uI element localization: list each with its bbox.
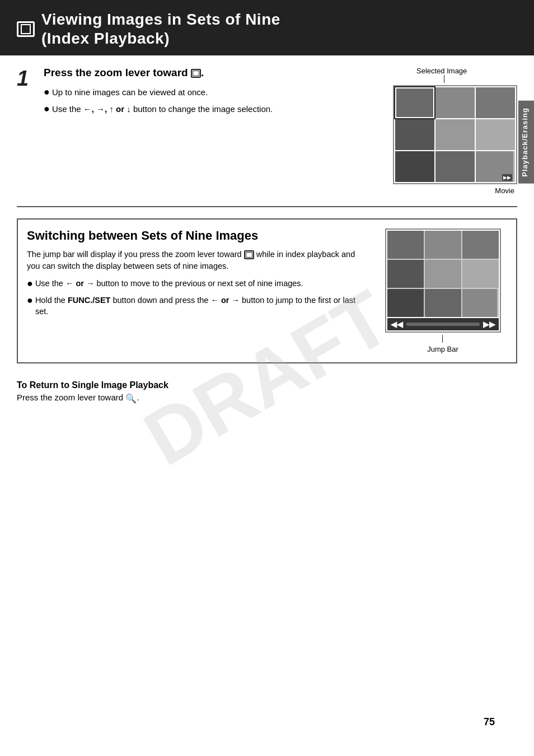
switching-bullets: ● Use the ← or → button to move to the p… bbox=[27, 278, 369, 317]
switching-bullet-2: ● Hold the FUNC./SET button down and pre… bbox=[27, 295, 369, 318]
return-text: Press the zoom lever toward 🔍. bbox=[17, 393, 517, 404]
sidebar-tab: Playback/Erasing bbox=[518, 101, 534, 184]
step-content: Press the zoom lever toward . ● Up to ni… bbox=[44, 67, 382, 195]
grid-cell-1 bbox=[395, 87, 434, 118]
page-number: 75 bbox=[484, 716, 495, 728]
header-icon bbox=[17, 21, 35, 37]
j-cell-5 bbox=[425, 260, 461, 288]
switching-section: Switching between Sets of Nine Images Th… bbox=[17, 218, 517, 363]
return-section: To Return to Single Image Playback Press… bbox=[17, 375, 517, 409]
sw-arrow-2: ← or → bbox=[210, 296, 242, 305]
j-cell-3 bbox=[462, 231, 499, 259]
sw-bullet-dot-1: ● bbox=[27, 278, 33, 290]
j-cell-4 bbox=[387, 260, 424, 288]
bullet-dot-2: ● bbox=[44, 103, 50, 115]
grid-cell-3 bbox=[476, 87, 515, 118]
grid-cell-8 bbox=[435, 151, 475, 182]
switching-heading: Switching between Sets of Nine Images bbox=[27, 228, 369, 243]
j-cell-9 bbox=[462, 289, 499, 317]
switching-bullet-1: ● Use the ← or → button to move to the p… bbox=[27, 278, 369, 290]
j-cell-7 bbox=[387, 289, 424, 317]
switching-para: The jump bar will display if you press t… bbox=[27, 249, 369, 272]
zoom-icon bbox=[191, 69, 201, 78]
jump-image-container: ◀◀ ▶▶ bbox=[385, 228, 501, 333]
indicator-line bbox=[444, 75, 444, 83]
zoom-icon-switch bbox=[244, 250, 254, 259]
arrow-symbols: ←, →, ↑ or ↓ bbox=[83, 104, 133, 114]
jump-grid bbox=[387, 231, 499, 317]
magnify-icon: 🔍 bbox=[125, 393, 137, 404]
jump-label-area: Jump Bar bbox=[427, 335, 458, 353]
jump-indicator-line bbox=[442, 335, 443, 343]
j-cell-1 bbox=[387, 231, 424, 259]
sw-arrow-1: ← or → bbox=[65, 279, 97, 288]
grid-cell-6 bbox=[476, 119, 515, 150]
sw-bullet-dot-2: ● bbox=[27, 295, 33, 307]
j-cell-6 bbox=[462, 260, 499, 288]
jump-arrow-right: ▶▶ bbox=[483, 320, 495, 329]
step-bullet-2: ● Use the ←, →, ↑ or ↓ button to change … bbox=[44, 103, 382, 115]
j-cell-2 bbox=[425, 231, 461, 259]
jump-bar-label: Jump Bar bbox=[427, 345, 458, 353]
switching-text: Switching between Sets of Nine Images Th… bbox=[27, 228, 369, 353]
return-heading: To Return to Single Image Playback bbox=[17, 380, 517, 390]
grid-cell-7 bbox=[395, 151, 434, 182]
func-set-label: FUNC./SET bbox=[68, 296, 111, 305]
main-content: 1 Press the zoom lever toward . ● Up to … bbox=[0, 55, 534, 409]
grid-cell-5 bbox=[435, 119, 475, 150]
bullet-dot: ● bbox=[44, 86, 50, 99]
grid-cell-4 bbox=[395, 119, 434, 150]
switching-image-area: ◀◀ ▶▶ Jump Bar bbox=[378, 228, 507, 353]
step-bullet-1: ● Up to nine images can be viewed at onc… bbox=[44, 86, 382, 99]
step-image-area: Selected Image Movie bbox=[382, 67, 517, 195]
selected-label: Selected Image bbox=[416, 67, 467, 75]
movie-label: Movie bbox=[393, 186, 517, 195]
step-number: 1 bbox=[17, 67, 39, 195]
image-grid-step1 bbox=[393, 85, 517, 184]
page-header: Viewing Images in Sets of Nine (Index Pl… bbox=[0, 0, 534, 55]
jump-bar-track bbox=[406, 323, 480, 326]
grid-cell-2 bbox=[435, 87, 475, 118]
step-bullets: ● Up to nine images can be viewed at onc… bbox=[44, 86, 382, 115]
step-heading: Press the zoom lever toward . bbox=[44, 67, 382, 80]
grid-cell-9 bbox=[476, 151, 515, 182]
page-title: Viewing Images in Sets of Nine (Index Pl… bbox=[41, 10, 280, 48]
step-1-section: 1 Press the zoom lever toward . ● Up to … bbox=[17, 55, 517, 207]
jump-bar-row: ◀◀ ▶▶ bbox=[387, 318, 499, 330]
jump-arrow-left: ◀◀ bbox=[391, 320, 403, 329]
j-cell-8 bbox=[425, 289, 461, 317]
selected-image-indicator: Selected Image bbox=[393, 67, 467, 83]
